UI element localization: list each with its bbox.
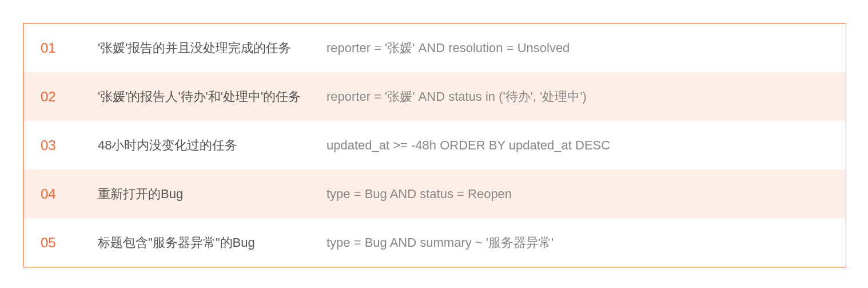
- row-query: updated_at >= -48h ORDER BY updated_at D…: [327, 138, 829, 153]
- row-description: '张媛'报告的并且没处理完成的任务: [98, 40, 327, 57]
- table-row: 03 48小时内没变化过的任务 updated_at >= -48h ORDER…: [23, 121, 846, 169]
- row-query: type = Bug AND status = Reopen: [327, 187, 829, 202]
- row-number: 04: [41, 186, 98, 202]
- row-number: 01: [41, 40, 98, 56]
- row-number: 05: [41, 235, 98, 251]
- query-examples-table: 01 '张媛'报告的并且没处理完成的任务 reporter = '张媛' AND…: [23, 23, 846, 267]
- row-query: reporter = '张媛' AND resolution = Unsolve…: [327, 40, 829, 57]
- row-number: 03: [41, 137, 98, 153]
- row-description: 标题包含"服务器异常"的Bug: [98, 234, 327, 251]
- row-description: 重新打开的Bug: [98, 186, 327, 203]
- table-row: 04 重新打开的Bug type = Bug AND status = Reop…: [23, 169, 846, 218]
- row-description: 48小时内没变化过的任务: [98, 137, 327, 154]
- row-description: '张媛'的报告人'待办'和'处理中'的任务: [98, 88, 327, 105]
- row-query: reporter = '张媛' AND status in ('待办', '处理…: [327, 88, 829, 105]
- table-row: 02 '张媛'的报告人'待办'和'处理中'的任务 reporter = '张媛'…: [23, 72, 846, 121]
- row-query: type = Bug AND summary ~ '服务器异常': [327, 234, 829, 251]
- row-number: 02: [41, 89, 98, 105]
- table-row: 01 '张媛'报告的并且没处理完成的任务 reporter = '张媛' AND…: [23, 23, 846, 72]
- table-row: 05 标题包含"服务器异常"的Bug type = Bug AND summar…: [23, 218, 846, 267]
